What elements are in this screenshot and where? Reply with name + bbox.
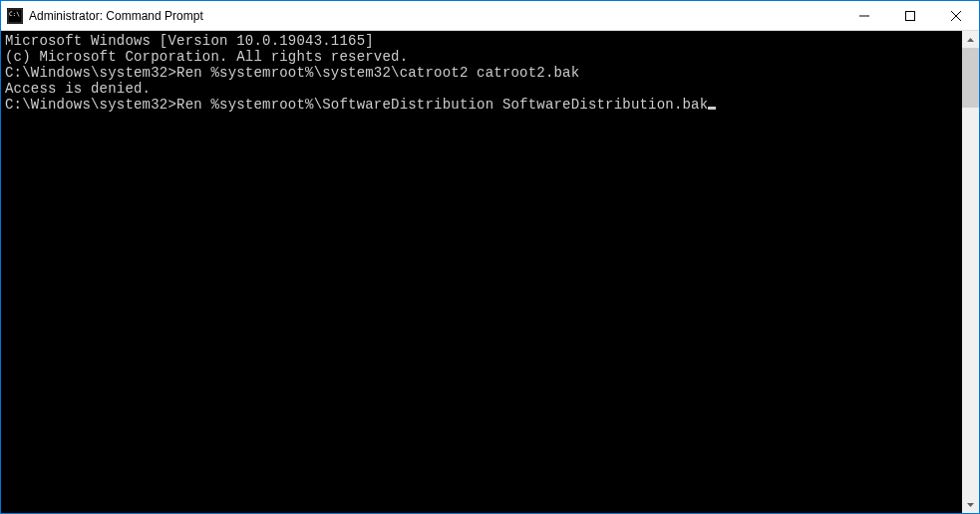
version-line: Microsoft Windows [Version 10.0.19043.11…	[5, 33, 962, 49]
scroll-up-button[interactable]	[962, 31, 979, 48]
scroll-track[interactable]	[962, 48, 979, 496]
minimize-icon	[859, 11, 869, 21]
minimize-button[interactable]	[841, 1, 887, 30]
close-icon	[951, 11, 961, 21]
response-line: Access is denied.	[5, 81, 962, 97]
cmd-icon: C:\	[7, 8, 23, 24]
copyright-line: (c) Microsoft Corporation. All rights re…	[5, 49, 962, 65]
window-controls	[841, 1, 979, 30]
vertical-scrollbar[interactable]	[962, 31, 979, 513]
prompt-path: C:\Windows\system32>	[5, 97, 176, 113]
terminal-output[interactable]: Microsoft Windows [Version 10.0.19043.11…	[1, 31, 962, 513]
svg-marker-8	[967, 503, 974, 507]
command-text: Ren %systemroot%\SoftwareDistribution So…	[176, 97, 708, 113]
maximize-button[interactable]	[887, 1, 933, 30]
chevron-up-icon	[967, 38, 974, 42]
command-text: Ren %systemroot%\system32\catroot2 catro…	[176, 65, 579, 81]
chevron-down-icon	[967, 503, 974, 507]
client-area: Microsoft Windows [Version 10.0.19043.11…	[1, 31, 979, 513]
svg-rect-4	[906, 11, 915, 20]
maximize-icon	[905, 11, 915, 21]
titlebar[interactable]: C:\ Administrator: Command Prompt	[1, 1, 979, 31]
command-line-2: C:\Windows\system32>Ren %systemroot%\Sof…	[5, 97, 962, 113]
svg-text:C:\: C:\	[9, 10, 20, 17]
scroll-thumb[interactable]	[962, 48, 979, 108]
cursor	[708, 107, 716, 110]
svg-marker-7	[967, 38, 974, 42]
window-title: Administrator: Command Prompt	[29, 9, 841, 23]
close-button[interactable]	[933, 1, 979, 30]
scroll-down-button[interactable]	[962, 496, 979, 513]
command-line-1: C:\Windows\system32>Ren %systemroot%\sys…	[5, 65, 962, 81]
prompt-path: C:\Windows\system32>	[5, 65, 176, 81]
command-prompt-window: C:\ Administrator: Command Prompt	[0, 0, 980, 514]
